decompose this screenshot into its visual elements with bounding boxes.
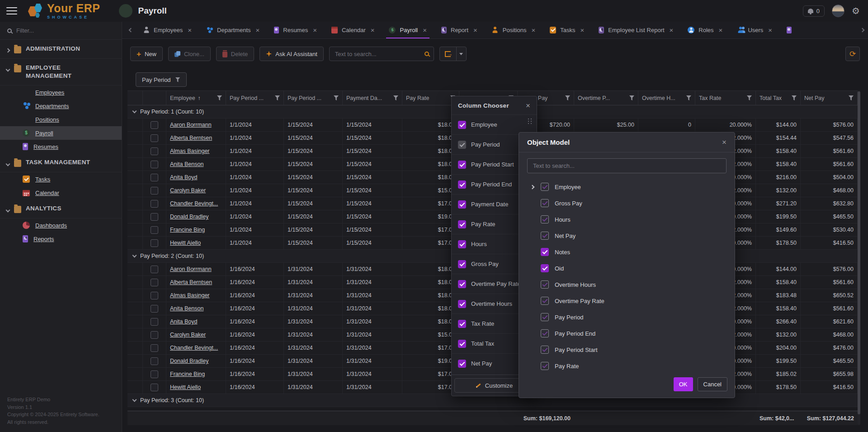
column-header[interactable]: Total Tax [756, 91, 801, 105]
group-by-chip[interactable]: Pay Period [136, 72, 187, 87]
ask-ai-assistant-button[interactable]: Ask AI Assistant [259, 47, 324, 61]
checkbox[interactable] [541, 329, 549, 337]
row-checkbox[interactable] [151, 121, 158, 129]
sidebar-filter-input[interactable] [16, 27, 114, 34]
row-checkbox[interactable] [151, 370, 158, 378]
employee-link[interactable]: Francine Bing [170, 371, 205, 377]
checkbox[interactable] [541, 215, 549, 223]
employee-cell[interactable]: Aaron Borrmann [166, 119, 226, 131]
employee-link[interactable]: Chandler Bevingt... [170, 200, 218, 207]
sidebar-section[interactable]: TASK MANAGEMENT [0, 153, 122, 172]
checkbox[interactable] [458, 200, 466, 209]
row-checkbox[interactable] [151, 279, 158, 286]
ok-button[interactable]: OK [674, 377, 693, 391]
sidebar-item[interactable]: Dashboards [0, 218, 122, 232]
tree-item[interactable]: Overtime Pay Rate [531, 293, 735, 309]
checkbox[interactable] [458, 121, 466, 129]
checkbox[interactable] [541, 232, 549, 240]
employee-cell[interactable]: Chandler Bevingt... [166, 342, 226, 354]
checkbox[interactable] [458, 340, 466, 348]
tab[interactable]: Users [730, 22, 779, 38]
tab[interactable]: Report [434, 22, 485, 38]
employee-link[interactable]: Hewitt Aiello [170, 384, 201, 390]
checkbox[interactable] [458, 360, 466, 368]
column-header[interactable]: Employee ↑ [166, 91, 226, 105]
employee-cell[interactable]: Hewitt Aiello [166, 381, 226, 394]
filter-icon[interactable] [393, 95, 398, 100]
close-icon[interactable] [371, 27, 375, 33]
row-checkbox[interactable] [151, 292, 158, 299]
tab-scroll-right-button[interactable] [857, 22, 867, 38]
checkbox[interactable] [458, 161, 466, 169]
tab[interactable]: Employees [136, 22, 199, 38]
close-icon[interactable] [188, 27, 192, 33]
row-checkbox[interactable] [151, 331, 158, 339]
filter-icon[interactable] [747, 95, 752, 100]
employee-cell[interactable]: Aaron Borrmann [166, 263, 226, 275]
tree-item[interactable]: Notes [531, 244, 735, 260]
column-header[interactable]: Pay Period ... [284, 91, 343, 105]
checkbox[interactable] [541, 362, 549, 370]
column-header[interactable]: Pay Period ... [226, 91, 284, 105]
checkbox[interactable] [541, 248, 549, 256]
tree-item[interactable]: Overtime Hours [531, 276, 735, 293]
scrollbar-thumb[interactable] [858, 91, 860, 414]
row-checkbox[interactable] [151, 134, 158, 142]
employee-link[interactable]: Carolyn Baker [170, 332, 206, 338]
employee-cell[interactable]: Alberta Berntsen [166, 132, 226, 144]
employee-link[interactable]: Hewitt Aiello [170, 240, 201, 246]
sidebar-item[interactable]: Resumes [0, 140, 122, 153]
sidebar-section[interactable]: ADMINISTRATION [0, 40, 122, 59]
row-checkbox[interactable] [151, 318, 158, 326]
tab[interactable] [779, 22, 797, 38]
avatar[interactable] [832, 5, 844, 17]
filter-icon[interactable] [792, 95, 797, 100]
chevron-down-icon[interactable] [132, 398, 137, 402]
filter-icon[interactable] [629, 95, 634, 100]
filter-icon[interactable] [275, 95, 280, 100]
checkbox[interactable] [458, 220, 466, 228]
employee-cell[interactable]: Donald Bradley [166, 355, 226, 367]
checkbox[interactable] [458, 240, 466, 248]
tree-item[interactable]: Pay Period Start [531, 342, 735, 358]
employee-link[interactable]: Anita Benson [170, 161, 203, 167]
row-checkbox[interactable] [151, 357, 158, 365]
tab-scroll-left-button[interactable] [126, 22, 136, 38]
checkbox[interactable] [541, 297, 549, 305]
tab[interactable]: Tasks [542, 22, 591, 38]
cancel-button[interactable]: Cancel [698, 377, 727, 391]
checkbox[interactable] [458, 141, 466, 149]
close-icon[interactable] [532, 27, 536, 33]
employee-link[interactable]: Donald Bradley [170, 358, 208, 364]
tab[interactable]: Calendar [324, 22, 382, 38]
row-checkbox[interactable] [151, 239, 158, 247]
close-icon[interactable] [423, 27, 427, 33]
employee-link[interactable]: Almas Basinger [170, 292, 210, 299]
new-button[interactable]: + New [130, 47, 163, 61]
employee-cell[interactable]: Carolyn Baker [166, 184, 226, 197]
close-icon[interactable] [670, 27, 674, 33]
gear-icon[interactable]: ⚙ [852, 6, 860, 15]
employee-cell[interactable]: Anita Benson [166, 302, 226, 315]
filter-icon[interactable] [849, 95, 854, 100]
row-checkbox[interactable] [151, 266, 158, 273]
checkbox[interactable] [458, 260, 466, 268]
tree-item[interactable]: Pay Rate [531, 358, 735, 372]
filter-icon[interactable] [217, 95, 222, 100]
filter-icon[interactable] [686, 95, 691, 100]
row-checkbox[interactable] [151, 213, 158, 221]
employee-link[interactable]: Carolyn Baker [170, 187, 206, 194]
employee-link[interactable]: Aaron Borrmann [170, 122, 212, 128]
row-checkbox[interactable] [151, 187, 158, 195]
sidebar-item[interactable]: Payroll [0, 126, 122, 140]
employee-cell[interactable]: Anita Boyd [166, 315, 226, 328]
hamburger-menu-icon[interactable] [6, 7, 17, 14]
column-header[interactable]: Net Pay [801, 91, 858, 105]
employee-link[interactable]: Almas Basinger [170, 148, 210, 154]
close-icon[interactable] [313, 27, 317, 33]
sidebar-section[interactable]: EMPLOYEE MANAGEMENT [0, 59, 122, 85]
employee-cell[interactable]: Anita Boyd [166, 171, 226, 184]
employee-cell[interactable]: Carolyn Baker [166, 328, 226, 341]
close-icon[interactable] [768, 27, 772, 33]
checkbox[interactable] [458, 300, 466, 308]
